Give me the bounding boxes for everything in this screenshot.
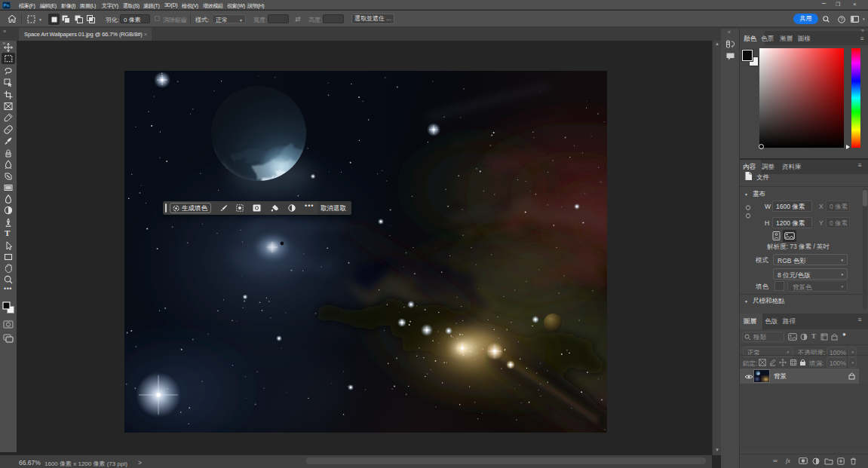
svg-text:?: ?	[840, 17, 843, 22]
